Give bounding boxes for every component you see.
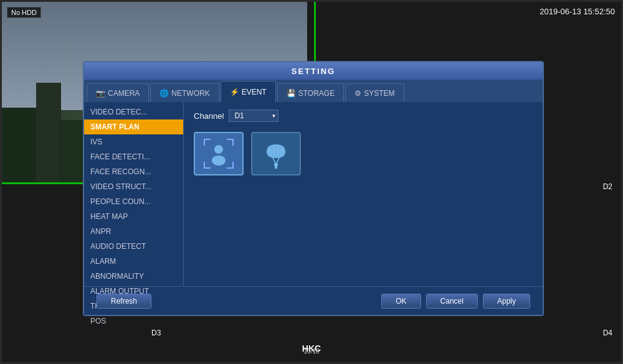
sidebar-item-heat-map[interactable]: HEAT MAP	[84, 209, 183, 224]
svg-point-1	[212, 156, 226, 166]
channel-row: Channel D1 D2 D3 D4	[194, 110, 533, 122]
ok-button[interactable]: OK	[381, 294, 421, 309]
action-buttons: OK Cancel Apply	[381, 294, 530, 309]
sidebar-item-video-detect[interactable]: VIDEO DETEC...	[84, 105, 183, 119]
cancel-button[interactable]: Cancel	[426, 294, 478, 309]
channel-label-d2: D2	[603, 182, 612, 191]
sidebar-item-smart-plan[interactable]: SMART PLAN	[84, 119, 183, 134]
network-icon: 🌐	[159, 89, 169, 98]
timestamp: 2019-06-13 15:52:50	[540, 7, 615, 16]
tab-event-label: EVENT	[242, 88, 267, 96]
sidebar-item-abnormality[interactable]: ABNORMALITY	[84, 269, 183, 284]
sidebar-item-pos[interactable]: POS	[84, 314, 183, 329]
svg-rect-5	[275, 167, 277, 169]
svg-point-0	[214, 145, 223, 154]
tab-storage-label: STORAGE	[298, 89, 335, 98]
refresh-button-group: Refresh	[97, 294, 151, 309]
channel-label-d4: D4	[603, 329, 612, 337]
sidebar-item-video-struct[interactable]: VIDEO STRUCT...	[84, 179, 183, 194]
tab-system-label: SYSTEM	[364, 89, 394, 98]
tab-system[interactable]: ⚙ SYSTEM	[345, 83, 404, 102]
sidebar-item-people-count[interactable]: PEOPLE COUN...	[84, 194, 183, 209]
svg-point-4	[274, 163, 278, 167]
camera-icon: 📷	[96, 89, 105, 98]
apply-button[interactable]: Apply	[483, 294, 530, 309]
tab-event[interactable]: ⚡ EVENT	[221, 81, 276, 102]
main-panel: Channel D1 D2 D3 D4	[184, 102, 543, 286]
dialog-title: SETTING	[292, 67, 335, 76]
setting-dialog: SETTING 📷 CAMERA 🌐 NETWORK ⚡ EVENT 💾 STO…	[83, 61, 544, 316]
sidebar-item-ivs[interactable]: IVS	[84, 134, 183, 149]
sidebar-item-anpr[interactable]: ANPR	[84, 224, 183, 239]
tab-camera[interactable]: 📷 CAMERA	[87, 83, 149, 102]
tab-network[interactable]: 🌐 NETWORK	[150, 83, 219, 102]
channel-select-wrapper: D1 D2 D3 D4	[229, 110, 278, 122]
sidebar-item-face-recog[interactable]: FACE RECOGN...	[84, 164, 183, 179]
channel-label-text: Channel	[194, 111, 224, 121]
page-indicator: 10/10	[303, 348, 319, 355]
channel-label-d3: D3	[151, 329, 161, 337]
channel-select[interactable]: D1 D2 D3 D4	[229, 110, 278, 122]
perimeter-button[interactable]	[251, 132, 301, 175]
storage-icon: 💾	[287, 89, 296, 98]
sidebar-item-face-detect[interactable]: FACE DETECTI...	[84, 149, 183, 164]
face-detect-icon	[203, 138, 234, 169]
system-icon: ⚙	[354, 89, 361, 98]
tab-camera-label: CAMERA	[108, 89, 140, 98]
face-detect-button[interactable]	[194, 132, 244, 175]
sidebar-item-audio-detect[interactable]: AUDIO DETECT	[84, 239, 183, 254]
dialog-content: VIDEO DETEC... SMART PLAN IVS FACE DETEC…	[84, 102, 543, 286]
tab-network-label: NETWORK	[171, 89, 209, 98]
icon-buttons	[194, 132, 533, 175]
tab-bar: 📷 CAMERA 🌐 NETWORK ⚡ EVENT 💾 STORAGE ⚙ S…	[84, 80, 543, 102]
refresh-button[interactable]: Refresh	[97, 294, 151, 309]
left-sidebar: VIDEO DETEC... SMART PLAN IVS FACE DETEC…	[84, 102, 184, 286]
sidebar-item-alarm[interactable]: ALARM	[84, 254, 183, 269]
event-icon: ⚡	[230, 88, 239, 96]
hdd-status: No HDD	[7, 7, 41, 18]
perimeter-icon	[260, 138, 292, 169]
tab-storage[interactable]: 💾 STORAGE	[277, 83, 344, 102]
dialog-title-bar: SETTING	[84, 62, 543, 80]
monitor: No HDD 2019-06-13 15:52:50 D2 D3 D4 HKC …	[0, 0, 623, 364]
